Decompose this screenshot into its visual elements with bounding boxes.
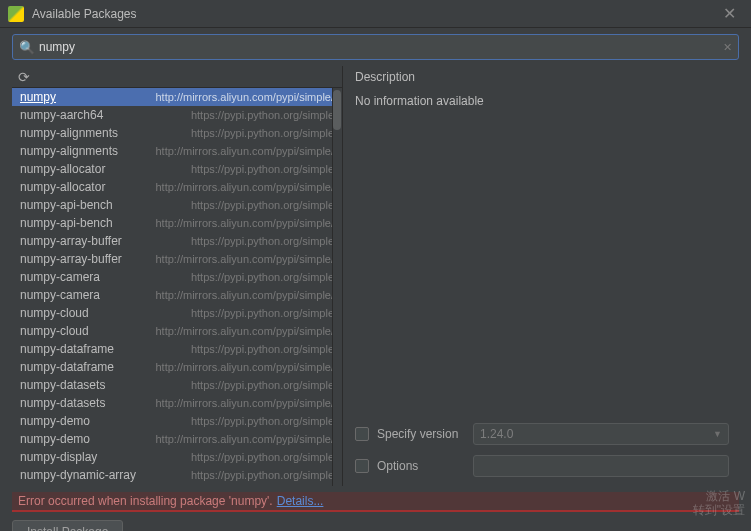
vertical-scrollbar[interactable] [332,88,342,486]
package-name: numpy-demo [20,414,191,428]
close-button[interactable]: ✕ [715,0,743,28]
package-name: numpy-dataframe [20,360,156,374]
package-source: https://pypi.python.org/simple [191,127,334,139]
package-source: http://mirrors.aliyun.com/pypi/simple/ [156,253,335,265]
package-source: https://pypi.python.org/simple [191,271,334,283]
package-row[interactable]: numpy-cloudhttp://mirrors.aliyun.com/pyp… [12,322,342,340]
specify-version-checkbox[interactable] [355,427,369,441]
package-row[interactable]: numpy-displayhttps://pypi.python.org/sim… [12,448,342,466]
package-source: https://pypi.python.org/simple [191,379,334,391]
package-row[interactable]: numpyhttp://mirrors.aliyun.com/pypi/simp… [12,88,342,106]
package-row[interactable]: numpy-alignmentshttps://pypi.python.org/… [12,124,342,142]
package-source: https://pypi.python.org/simple [191,343,334,355]
package-row[interactable]: numpy-datasetshttp://mirrors.aliyun.com/… [12,394,342,412]
package-source: https://pypi.python.org/simple [191,451,334,463]
package-source: http://mirrors.aliyun.com/pypi/simple/ [156,289,335,301]
options-row: Options [355,452,729,480]
package-name: numpy-cloud [20,306,191,320]
package-row[interactable]: numpy-camerahttp://mirrors.aliyun.com/py… [12,286,342,304]
package-row[interactable]: numpy-allocatorhttp://mirrors.aliyun.com… [12,178,342,196]
package-name: numpy-allocator [20,162,191,176]
titlebar: Available Packages ✕ [0,0,751,28]
package-name: numpy-camera [20,270,191,284]
package-name: numpy-dataframe [20,342,191,356]
package-name: numpy-dynamic-array [20,468,191,482]
reload-icon[interactable]: ⟳ [18,69,30,85]
description-text: No information available [355,88,729,416]
chevron-down-icon: ▼ [713,429,722,439]
package-name: numpy-datasets [20,378,191,392]
package-source: http://mirrors.aliyun.com/pypi/simple/ [156,361,335,373]
package-source: http://mirrors.aliyun.com/pypi/simple/ [156,217,335,229]
package-row[interactable]: numpy-dataframehttps://pypi.python.org/s… [12,340,342,358]
clear-search-icon[interactable]: ✕ [723,41,732,54]
details-panel: Description No information available Spe… [342,66,739,486]
package-row[interactable]: numpy-datasetshttps://pypi.python.org/si… [12,376,342,394]
options-checkbox[interactable] [355,459,369,473]
package-source: https://pypi.python.org/simple [191,469,334,481]
package-row[interactable]: numpy-aarch64https://pypi.python.org/sim… [12,106,342,124]
package-row[interactable]: numpy-array-bufferhttp://mirrors.aliyun.… [12,250,342,268]
search-input[interactable] [39,40,723,54]
package-source: https://pypi.python.org/simple [191,199,334,211]
package-list[interactable]: numpyhttp://mirrors.aliyun.com/pypi/simp… [12,88,342,486]
package-name: numpy-array-buffer [20,252,156,266]
version-value: 1.24.0 [480,427,513,441]
package-name: numpy-demo [20,432,156,446]
search-icon: 🔍 [19,40,35,55]
package-row[interactable]: numpy-camerahttps://pypi.python.org/simp… [12,268,342,286]
package-source: https://pypi.python.org/simple [191,163,334,175]
package-name: numpy-cloud [20,324,156,338]
content-area: ⟳ numpyhttp://mirrors.aliyun.com/pypi/si… [12,66,739,486]
package-source: http://mirrors.aliyun.com/pypi/simple/ [156,397,335,409]
error-message: Error occurred when installing package '… [18,494,273,508]
package-source: http://mirrors.aliyun.com/pypi/simple/ [156,181,335,193]
search-bar[interactable]: 🔍 ✕ [12,34,739,60]
package-source: http://mirrors.aliyun.com/pypi/simple/ [156,433,335,445]
package-name: numpy-aarch64 [20,108,191,122]
package-name: numpy-alignments [20,126,191,140]
scrollbar-track [332,88,333,486]
refresh-row: ⟳ [12,66,342,88]
package-row[interactable]: numpy-api-benchhttp://mirrors.aliyun.com… [12,214,342,232]
package-row[interactable]: numpy-dynamic-arrayhttps://pypi.python.o… [12,466,342,484]
package-name: numpy-datasets [20,396,156,410]
package-row[interactable]: numpy-api-benchhttps://pypi.python.org/s… [12,196,342,214]
package-row[interactable]: numpy-alignmentshttp://mirrors.aliyun.co… [12,142,342,160]
package-row[interactable]: numpy-demohttps://pypi.python.org/simple [12,412,342,430]
package-name: numpy-array-buffer [20,234,191,248]
error-details-link[interactable]: Details... [277,494,324,508]
window-title: Available Packages [32,7,715,21]
package-name: numpy-display [20,450,191,464]
scrollbar-thumb[interactable] [333,90,341,130]
package-source: https://pypi.python.org/simple [191,109,334,121]
close-icon: ✕ [723,4,736,23]
app-icon [8,6,24,22]
package-row[interactable]: numpy-array-bufferhttps://pypi.python.or… [12,232,342,250]
version-select[interactable]: 1.24.0 ▼ [473,423,729,445]
specify-version-row: Specify version 1.24.0 ▼ [355,420,729,448]
options-input[interactable] [473,455,729,477]
package-source: http://mirrors.aliyun.com/pypi/simple/ [156,145,335,157]
package-source: https://pypi.python.org/simple [191,415,334,427]
error-strip: Error occurred when installing package '… [12,492,739,512]
package-row[interactable]: numpy-cloudhttps://pypi.python.org/simpl… [12,304,342,322]
install-package-button[interactable]: Install Package [12,520,123,531]
bottom-row: Install Package [12,520,739,531]
package-row[interactable]: numpy-allocatorhttps://pypi.python.org/s… [12,160,342,178]
package-name: numpy [20,90,156,104]
package-source: https://pypi.python.org/simple [191,235,334,247]
specify-version-label: Specify version [377,427,473,441]
package-name: numpy-allocator [20,180,156,194]
package-source: https://pypi.python.org/simple [191,307,334,319]
package-name: numpy-camera [20,288,156,302]
options-label: Options [377,459,473,473]
package-row[interactable]: numpy-dataframehttp://mirrors.aliyun.com… [12,358,342,376]
package-name: numpy-api-bench [20,216,156,230]
description-label: Description [355,70,729,88]
package-row[interactable]: numpy-demohttp://mirrors.aliyun.com/pypi… [12,430,342,448]
package-name: numpy-api-bench [20,198,191,212]
package-source: http://mirrors.aliyun.com/pypi/simple/ [156,91,335,103]
package-source: http://mirrors.aliyun.com/pypi/simple/ [156,325,335,337]
package-name: numpy-alignments [20,144,156,158]
